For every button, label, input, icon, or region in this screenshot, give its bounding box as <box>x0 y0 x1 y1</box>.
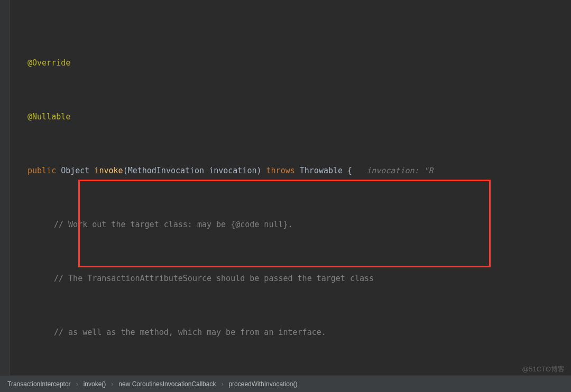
chevron-right-icon: › <box>75 380 79 388</box>
method-invoke: invoke <box>94 166 123 175</box>
chevron-right-icon: › <box>220 380 224 388</box>
gutter <box>0 0 10 375</box>
param-invocation: MethodInvocation invocation <box>128 166 257 175</box>
annotation-override: @Override <box>27 58 70 68</box>
keyword-throws: throws <box>266 166 295 175</box>
watermark: @51CTO博客 <box>522 365 565 374</box>
breadcrumb-item[interactable]: new CoroutinesInvocationCallback <box>114 378 220 390</box>
code-area[interactable]: @Override @Nullable public Object invoke… <box>10 0 571 375</box>
breadcrumb-item[interactable]: invoke() <box>79 378 110 390</box>
chevron-right-icon: › <box>110 380 114 388</box>
comment: // The TransactionAttributeSource should… <box>54 274 374 283</box>
breadcrumb-item[interactable]: TransactionInterceptor <box>3 378 75 390</box>
code-editor[interactable]: @Override @Nullable public Object invoke… <box>0 0 571 375</box>
keyword-public: public <box>27 166 56 175</box>
type-object: Object <box>61 166 89 175</box>
breadcrumb-item[interactable]: proceedWithInvocation() <box>224 378 301 390</box>
comment: // Work out the target class: may be {@c… <box>54 220 293 229</box>
comment: // as well as the method, which may be f… <box>54 328 326 337</box>
breadcrumbs-bar[interactable]: TransactionInterceptor › invoke() › new … <box>0 375 571 392</box>
inlay-hint: invocation: "R <box>366 166 433 175</box>
type-throwable: Throwable <box>300 166 343 175</box>
annotation-nullable: @Nullable <box>27 112 70 122</box>
